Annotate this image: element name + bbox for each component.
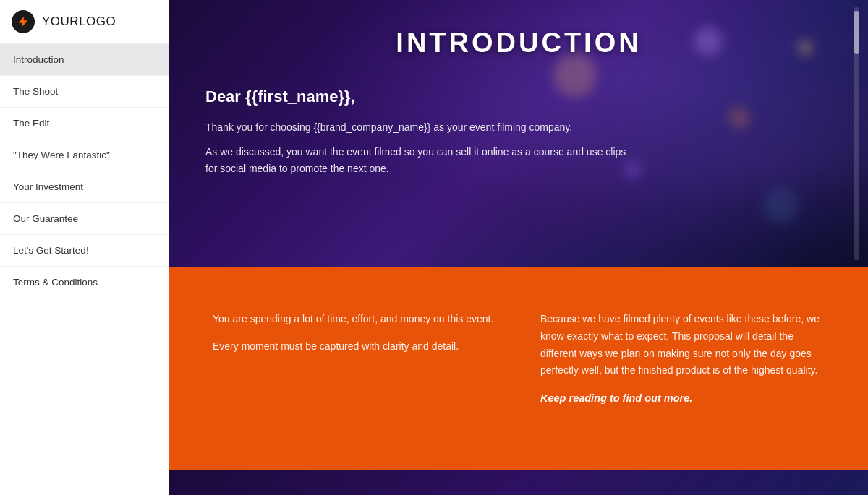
bokeh-3 [728,107,750,129]
sidebar-nav: Introduction The Shoot The Edit "They We… [0,44,169,298]
hero-para-1: Thank you for choosing {{brand_company_n… [205,119,639,135]
logo-bold: YOUR [42,14,79,28]
logo-area: YOURLOGO [0,0,169,44]
orange-col-left: You are spending a lot of time, effort, … [213,311,497,418]
sidebar-item-terms-conditions[interactable]: Terms & Conditions [0,267,169,298]
orange-col-left-para1: You are spending a lot of time, effort, … [213,311,497,328]
footer-strip [169,470,868,495]
orange-col-right: Because we have filmed plenty of events … [540,311,825,418]
sidebar-item-the-edit[interactable]: The Edit [0,108,169,139]
sidebar-item-they-were-fantastic[interactable]: "They Were Fantastic" [0,139,169,171]
bokeh-5 [763,187,799,223]
sidebar-item-your-investment[interactable]: Your Investment [0,171,169,203]
hero-section: INTRODUCTION Dear {{first_name}}, Thank … [169,0,868,267]
sidebar-item-the-shoot[interactable]: The Shoot [0,76,169,108]
main-content: INTRODUCTION Dear {{first_name}}, Thank … [169,0,868,495]
orange-columns: You are spending a lot of time, effort, … [213,311,825,418]
hero-para-2: As we discussed, you want the event film… [205,144,639,176]
svg-marker-0 [19,17,27,27]
sidebar-item-our-guarantee[interactable]: Our Guarantee [0,203,169,235]
hero-title: INTRODUCTION [169,0,868,59]
sidebar-item-introduction[interactable]: Introduction [0,44,169,76]
sidebar-item-lets-get-started[interactable]: Let's Get Started! [0,235,169,267]
orange-col-right-para1: Because we have filmed plenty of events … [540,311,825,379]
logo-icon [12,10,35,33]
hero-body: Dear {{first_name}}, Thank you for choos… [169,59,676,207]
orange-col-left-para2: Every moment must be captured with clari… [213,338,497,356]
hero-greeting: Dear {{first_name}}, [205,87,639,106]
orange-section: You are spending a lot of time, effort, … [169,267,868,470]
logo-regular: LOGO [79,14,116,28]
orange-col-right-cta: Keep reading to find out more. [540,389,825,408]
logo-text: YOURLOGO [42,14,116,29]
sidebar: YOURLOGO Introduction The Shoot The Edit… [0,0,169,495]
